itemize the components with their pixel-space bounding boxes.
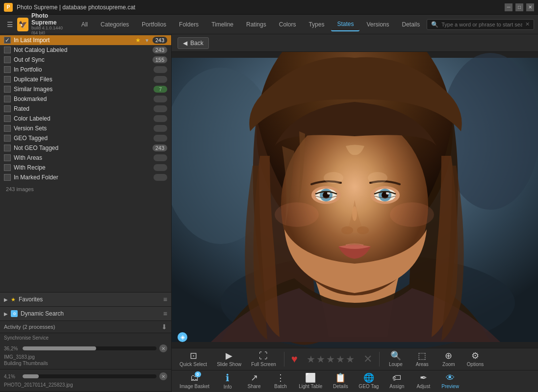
sidebar-item-not-catalog-labeled[interactable]: Not Catalog Labeled 243 bbox=[0, 45, 171, 55]
loupe-button[interactable]: 🔍 Loupe bbox=[384, 349, 408, 369]
back-bar: ◀ Back bbox=[172, 34, 538, 52]
checkbox-icon[interactable] bbox=[4, 56, 11, 63]
quick-select-button[interactable]: ⊡ Quick Select bbox=[176, 349, 211, 369]
details-button[interactable]: 📋 Details bbox=[328, 371, 353, 391]
tab-portfolios[interactable]: Portfolios bbox=[136, 18, 172, 31]
minimize-button[interactable]: ─ bbox=[505, 3, 512, 11]
sidebar-item-out-of-sync[interactable]: Out of Sync 155 bbox=[0, 55, 171, 65]
checkbox-icon[interactable] bbox=[4, 105, 11, 112]
item-label: GEO Tagged bbox=[14, 135, 151, 142]
favorites-section[interactable]: ▶ ★ Favorites ≡ bbox=[0, 293, 171, 307]
svg-point-18 bbox=[352, 206, 357, 221]
preview-icon: 👁 bbox=[446, 373, 455, 382]
search-clear-icon[interactable]: ✕ bbox=[525, 21, 530, 27]
heart-icon[interactable]: ♥ bbox=[288, 353, 301, 366]
favorites-star-icon: ★ bbox=[11, 296, 16, 303]
checkbox-icon[interactable] bbox=[4, 164, 11, 171]
geo-tag-button[interactable]: 🌐 GEO Tag bbox=[355, 371, 383, 391]
tab-colors[interactable]: Colors bbox=[273, 18, 302, 31]
progress1-label: Building Thumbnails bbox=[4, 361, 167, 366]
item-label: In Last Import bbox=[14, 37, 131, 44]
sidebar-item-version-sets[interactable]: Version Sets bbox=[0, 123, 171, 133]
sidebar-item-not-geo-tagged[interactable]: Not GEO Tagged 243 bbox=[0, 143, 171, 153]
tab-states[interactable]: States bbox=[331, 18, 359, 31]
star-1-icon[interactable]: ★ bbox=[307, 353, 315, 365]
dynamic-search-section[interactable]: ▶ ⚙ Dynamic Search ≡ bbox=[0, 307, 171, 321]
toolbar-separator bbox=[284, 352, 284, 367]
sidebar-item-with-areas[interactable]: With Areas bbox=[0, 153, 171, 163]
slide-show-button[interactable]: ▶ Slide Show bbox=[213, 349, 245, 369]
batch-button[interactable]: ⋮ Batch bbox=[268, 371, 293, 391]
sidebar-item-in-last-import[interactable]: ✓ In Last Import ★ ▼ 243 bbox=[0, 35, 171, 45]
tab-ratings[interactable]: Ratings bbox=[240, 18, 272, 31]
maximize-button[interactable]: □ bbox=[515, 3, 523, 11]
sidebar-item-in-marked-folder[interactable]: In Marked Folder bbox=[0, 172, 171, 182]
back-button[interactable]: ◀ Back bbox=[178, 37, 209, 49]
search-input[interactable] bbox=[441, 22, 522, 27]
images-count: 243 images bbox=[0, 182, 171, 196]
star-2-icon[interactable]: ★ bbox=[316, 353, 325, 365]
checkbox-icon[interactable]: ✓ bbox=[4, 37, 11, 44]
sidebar-item-similar-images[interactable]: Similar Images 7 bbox=[0, 84, 171, 94]
sidebar-item-in-portfolio[interactable]: In Portfolio bbox=[0, 65, 171, 74]
star-4-icon[interactable]: ★ bbox=[336, 353, 345, 365]
tab-details[interactable]: Details bbox=[396, 18, 426, 31]
checkbox-icon[interactable] bbox=[4, 125, 11, 132]
share-button[interactable]: ↗ Share bbox=[242, 371, 266, 391]
adjust-button[interactable]: ✒ Adjust bbox=[411, 371, 436, 391]
zoom-button[interactable]: ⊕ Zoom bbox=[436, 349, 461, 369]
stars-rating[interactable]: ★ ★ ★ ★ ★ bbox=[303, 353, 359, 365]
checkbox-icon[interactable] bbox=[4, 96, 11, 102]
section-menu-icon[interactable]: ≡ bbox=[163, 295, 167, 303]
preview-button[interactable]: 👁 Preview bbox=[437, 371, 463, 391]
section-menu-icon[interactable]: ≡ bbox=[163, 310, 167, 318]
full-screen-button[interactable]: ⛶ Full Screen bbox=[247, 349, 280, 369]
app-logo: 🦅 Photo Supreme build 4.1.0.1440 (64 bit… bbox=[17, 13, 70, 35]
item-count: 243 bbox=[153, 37, 167, 44]
options-button[interactable]: ⚙ Options bbox=[463, 349, 487, 369]
tab-types[interactable]: Types bbox=[303, 18, 330, 31]
checkbox-icon[interactable] bbox=[4, 174, 11, 181]
sidebar-item-duplicate-files[interactable]: Duplicate Files bbox=[0, 74, 171, 84]
star-5-icon[interactable]: ★ bbox=[346, 353, 355, 365]
star-3-icon[interactable]: ★ bbox=[326, 353, 335, 365]
image-basket-button[interactable]: 🗂 0 Image Basket bbox=[176, 371, 213, 391]
tab-versions[interactable]: Versions bbox=[360, 18, 395, 31]
light-table-button[interactable]: ⬜ Light Table bbox=[295, 371, 326, 391]
assign-button[interactable]: 🏷 Assign bbox=[384, 371, 409, 391]
info-button[interactable]: ℹ Info bbox=[215, 371, 240, 392]
progress1-close-button[interactable]: ✕ bbox=[159, 344, 167, 352]
sidebar-item-with-recipe[interactable]: With Recipe bbox=[0, 163, 171, 172]
checkbox-icon[interactable] bbox=[4, 76, 11, 83]
sidebar-item-color-labeled[interactable]: Color Labeled bbox=[0, 114, 171, 123]
search-bar[interactable]: 🔍 ✕ bbox=[427, 19, 534, 30]
item-label: With Areas bbox=[14, 154, 151, 161]
sidebar-item-rated[interactable]: Rated bbox=[0, 104, 171, 114]
sidebar-item-geo-tagged[interactable]: GEO Tagged bbox=[0, 133, 171, 143]
sidebar-item-bookmarked[interactable]: Bookmarked bbox=[0, 94, 171, 104]
checkbox-icon[interactable] bbox=[4, 66, 11, 73]
hamburger-menu-icon[interactable]: ☰ bbox=[4, 21, 16, 28]
checkbox-icon[interactable] bbox=[4, 115, 11, 122]
tab-timeline[interactable]: Timeline bbox=[205, 18, 239, 31]
checkbox-icon[interactable] bbox=[4, 86, 11, 93]
areas-button[interactable]: ⬚ Areas bbox=[410, 349, 435, 369]
share-icon: ↗ bbox=[251, 373, 258, 382]
download-icon[interactable]: ⬇ bbox=[161, 323, 167, 331]
progress2-bar-container bbox=[23, 374, 156, 378]
tab-categories[interactable]: Categories bbox=[95, 18, 135, 31]
tab-all[interactable]: All bbox=[76, 18, 94, 31]
reject-icon[interactable]: ✕ bbox=[360, 353, 375, 366]
tab-folders[interactable]: Folders bbox=[173, 18, 205, 31]
app-icon: P bbox=[4, 3, 13, 12]
checkbox-icon[interactable] bbox=[4, 135, 11, 142]
image-basket-label: Image Basket bbox=[179, 384, 209, 389]
checkbox-icon[interactable] bbox=[4, 145, 11, 151]
close-button[interactable]: ✕ bbox=[526, 3, 534, 11]
checkbox-icon[interactable] bbox=[4, 47, 11, 53]
checkbox-icon[interactable] bbox=[4, 154, 11, 161]
toolbar-top-row: ⊡ Quick Select ▶ Slide Show ⛶ Full Scree… bbox=[172, 348, 538, 370]
progress2-percent: 4,1% bbox=[4, 374, 20, 379]
sidebar-bottom: ▶ ★ Favorites ≡ ▶ ⚙ Dynamic Search ≡ Act… bbox=[0, 292, 171, 392]
progress2-close-button[interactable]: ✕ bbox=[159, 372, 167, 380]
